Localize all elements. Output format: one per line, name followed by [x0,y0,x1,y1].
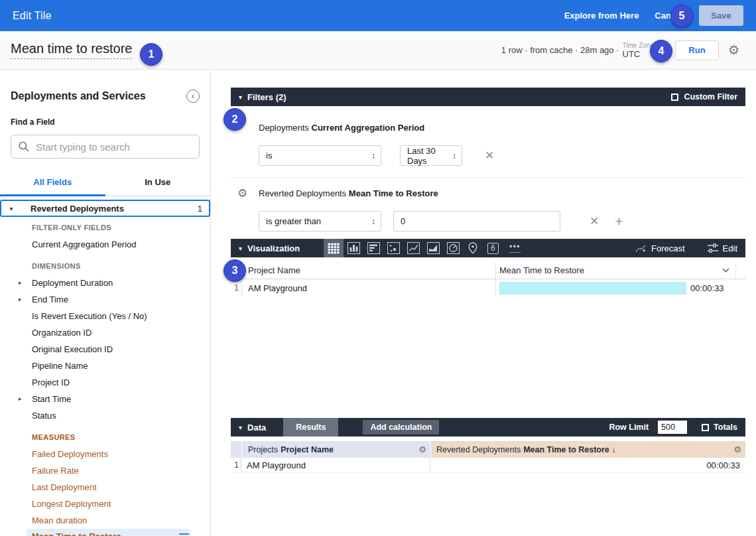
data-col-project-name[interactable]: ProjectsProject Name ⚙ [242,441,430,458]
column-gear-icon[interactable]: ⚙ [418,444,426,454]
tab-all-fields[interactable]: All Fields [0,177,105,196]
find-a-field-label: Find a Field [11,117,200,127]
custom-filter-checkbox[interactable] [671,94,678,101]
data-rownum-header [231,441,241,458]
annotation-badge-2: 2 [223,108,246,131]
single-value-icon[interactable]: 6 [483,239,503,257]
visualization-panel: ▾ Visualization [231,239,745,418]
area-chart-icon[interactable] [423,239,443,257]
measure-failure-rate[interactable]: Failure Rate [0,462,210,479]
filter-icon[interactable] [178,532,190,536]
measure-last-deployment[interactable]: Last Deployment [0,479,210,496]
field-is-revert-execution[interactable]: Is Revert Execution (Yes / No) [0,308,210,324]
column-gear-icon[interactable]: ⚙ [733,444,741,454]
totals-checkbox[interactable] [702,424,709,431]
select-arrows-icon: ↕ [371,151,375,161]
viz-col-mean-time-to-restore[interactable]: Mean Time to Restore [496,262,716,279]
measure-longest-deployment[interactable]: Longest Deployment [0,496,210,512]
edit-viz-button[interactable]: Edit [708,243,737,253]
field-pipeline-name[interactable]: Pipeline Name [0,358,210,374]
filter-2-operator-select[interactable]: is greater than ↕ [259,211,381,232]
explore-title: Deployments and Services [11,90,146,102]
select-arrows-icon: ↕ [452,151,456,161]
add-filter-icon[interactable]: + [615,214,623,230]
field-search-box[interactable] [11,135,200,159]
field-end-time[interactable]: ▸End Time [0,291,210,308]
scatter-chart-icon[interactable] [383,239,403,257]
search-icon [18,141,30,153]
viz-table-row[interactable]: 1 AM Playground 00:00:33 [231,279,745,297]
annotation-badge-3: 3 [223,259,246,282]
search-input[interactable] [36,141,192,153]
field-status[interactable]: Status [0,407,210,424]
collapse-filters-icon[interactable]: ▾ [239,94,242,101]
measure-failed-deployments[interactable]: Failed Deployments [0,446,210,462]
viz-table-header: Project Name Mean Time to Restore [231,262,745,279]
field-original-execution-id[interactable]: Original Execution ID [0,341,210,358]
view-reverted-deployments[interactable]: ▾ Reverted Deployments 1 [0,200,210,217]
field-current-aggregation-period[interactable]: Current Aggregation Period [0,236,210,253]
chevron-down-icon[interactable]: ▾ [1,205,21,212]
field-organization-id[interactable]: Organization ID [0,324,210,341]
bar-chart-icon[interactable] [363,239,383,257]
line-chart-icon[interactable] [403,239,423,257]
chevron-right-icon[interactable]: ▸ [19,391,22,407]
forecast-button[interactable]: Forecast [635,243,685,253]
viz-column-menu-icon[interactable] [716,262,736,279]
filter-gear-icon[interactable]: ⚙ [237,187,247,200]
page-title[interactable]: Mean time to restore [11,41,132,59]
field-project-id[interactable]: Project ID [0,374,210,391]
results-tab[interactable]: Results [283,418,338,436]
measure-mean-duration[interactable]: Mean duration [0,512,210,529]
query-status: 1 row · from cache · 28m ago · [501,45,619,55]
row-limit-input[interactable] [658,421,687,434]
viz-cell-measure: 00:00:33 [496,279,745,297]
collapse-sidebar-icon[interactable]: ‹ [186,90,200,103]
data-table-header: ProjectsProject Name ⚙ Reverted Deployme… [231,441,745,458]
chevron-right-icon[interactable]: ▸ [19,275,22,291]
custom-filter-label: Custom Filter [684,92,737,101]
remove-filter-icon[interactable]: ✕ [485,149,494,163]
remove-filter-icon[interactable]: ✕ [590,214,599,228]
explore-from-here-link[interactable]: Explore from Here [564,11,639,21]
data-col-mean-time-to-restore[interactable]: Reverted DeploymentsMean Time to Restore… [431,441,745,458]
title-row: Mean time to restore 1 row · from cache … [0,31,756,70]
table-chart-icon[interactable] [324,239,344,257]
chevron-right-icon[interactable]: ▸ [19,291,22,308]
visualization-header-title: Visualization [247,243,300,253]
section-dimensions: DIMENSIONS [0,258,210,275]
column-chart-icon[interactable] [344,239,363,257]
data-cell-project: AM Playground [241,458,430,472]
pie-chart-icon[interactable] [443,239,463,257]
viz-table: Project Name Mean Time to Restore 1 AM P… [231,262,745,297]
filter-1-field-label: Deployments Current Aggregation Period [231,123,745,133]
window-title: Edit Tile [13,10,52,22]
filter-divider [231,177,745,178]
annotation-badge-1: 1 [140,43,162,66]
viz-type-toolbar: 6 ••• [324,239,527,257]
annotation-badge-5: 5 [670,5,693,27]
more-viz-types-icon[interactable]: ••• [503,239,527,257]
data-cell-value: 00:00:33 [430,460,745,470]
measure-mean-time-to-restore[interactable]: Mean Time to Restore [27,529,190,536]
filter-2-value-input[interactable] [393,211,560,232]
topbar: Edit Tile Explore from Here Cancel Save [0,0,756,31]
filter-1-value-select[interactable]: Last 30 Days ↕ [400,145,462,166]
collapse-data-icon[interactable]: ▾ [239,424,242,431]
timezone-block: Time Zone UTC [623,42,654,59]
tab-in-use[interactable]: In Use [105,177,211,195]
field-start-time[interactable]: ▸Start Time [0,391,210,407]
data-table-row[interactable]: 1 AM Playground 00:00:33 [231,458,745,473]
collapse-visualization-icon[interactable]: ▾ [239,245,242,252]
data-header-bar: ▾ Data Results Add calculation Row Limit… [231,418,745,436]
data-table: ProjectsProject Name ⚙ Reverted Deployme… [231,441,745,473]
field-deployment-duration[interactable]: ▸Deployment Duration [0,275,210,291]
save-button[interactable]: Save [699,5,743,26]
add-calculation-button[interactable]: Add calculation [363,420,439,435]
run-button[interactable]: Run [675,40,719,60]
viz-col-project-name[interactable]: Project Name [242,262,496,279]
filter-1-operator-select[interactable]: is ↕ [259,145,381,166]
map-chart-icon[interactable] [463,239,483,257]
settings-gear-icon[interactable]: ⚙ [728,44,739,56]
select-arrows-icon: ↕ [371,217,375,226]
